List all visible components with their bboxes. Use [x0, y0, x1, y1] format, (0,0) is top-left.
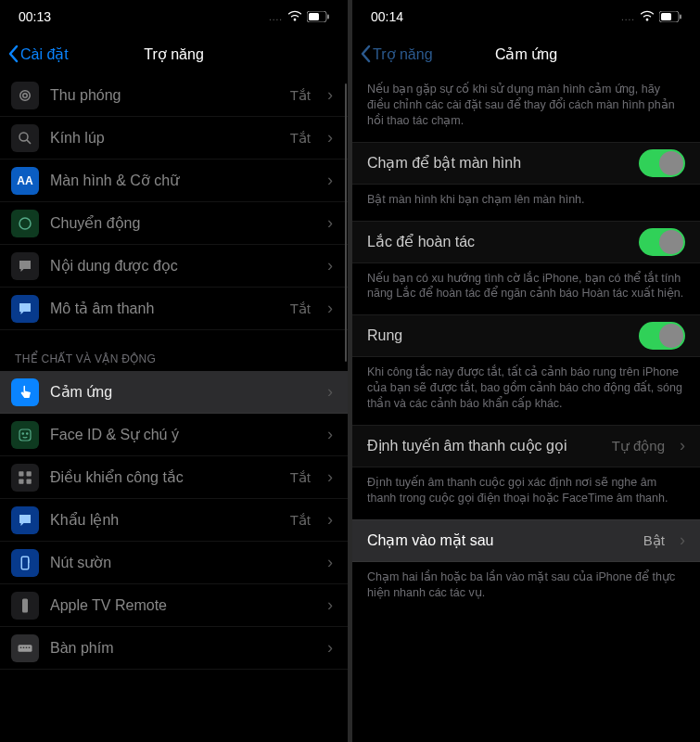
row-value: Tắt [290, 87, 311, 104]
row-tap-to-wake[interactable]: Chạm để bật màn hình [352, 142, 700, 185]
row-side-button[interactable]: Nút sườn › [0, 542, 348, 584]
row-touch[interactable]: Cảm ứng › [0, 371, 348, 414]
vibration-desc: Khi công tắc này được tắt, tất cả cảnh b… [352, 357, 700, 425]
row-voice-control[interactable]: Khẩu lệnh Tắt › [0, 499, 348, 542]
svg-point-5 [19, 133, 28, 141]
chevron-right-icon: › [327, 85, 333, 105]
svg-rect-22 [661, 13, 671, 20]
svg-rect-1 [309, 13, 319, 20]
row-value: Bật [643, 532, 665, 549]
toggle-tap-to-wake[interactable] [639, 149, 685, 177]
chevron-right-icon: › [327, 213, 333, 233]
row-magnifier[interactable]: Kính lúp Tắt › [0, 117, 348, 160]
shake-desc: Nếu bạn có xu hướng tình cờ lắc iPhone, … [352, 263, 700, 315]
svg-rect-17 [20, 646, 22, 648]
svg-point-8 [22, 432, 24, 434]
chevron-right-icon: › [327, 382, 333, 402]
audio-desc-icon [11, 295, 39, 323]
voice-icon [11, 506, 39, 534]
row-call-audio-routing[interactable]: Định tuyến âm thanh cuộc gọi Tự động › [352, 425, 700, 467]
svg-rect-12 [19, 479, 23, 483]
intro-text: Nếu bạn gặp sự cố khi sử dụng màn hình c… [352, 74, 700, 142]
right-screen: 00:14 .... Trợ năng Cảm ứng Nếu bạn gặp … [352, 0, 700, 742]
page-title: Cảm ứng [495, 45, 557, 63]
row-label: Nội dung được đọc [50, 257, 316, 275]
tap-wake-desc: Bật màn hình khi bạn chạm lên màn hình. [352, 185, 700, 221]
chevron-left-icon [7, 45, 19, 63]
section-header-physical: THỂ CHẤT VÀ VẬN ĐỘNG [0, 330, 348, 371]
row-shake-undo[interactable]: Lắc để hoàn tác [352, 221, 700, 263]
text-size-icon: AA [11, 167, 39, 195]
row-apple-tv[interactable]: Apple TV Remote › [0, 584, 348, 627]
toggle-shake-undo[interactable] [639, 228, 685, 256]
row-label: Mô tả âm thanh [50, 300, 279, 317]
wifi-icon [639, 8, 655, 25]
chevron-right-icon: › [327, 425, 333, 444]
svg-rect-20 [29, 646, 31, 648]
svg-rect-2 [327, 15, 329, 19]
toggle-vibration[interactable] [639, 322, 685, 350]
chevron-right-icon: › [327, 553, 333, 572]
motion-icon [11, 210, 39, 237]
chevron-right-icon: › [327, 467, 333, 487]
row-faceid[interactable]: Face ID & Sự chú ý › [0, 414, 348, 456]
clock: 00:14 [371, 9, 403, 24]
zoom-icon [11, 82, 39, 109]
row-value: Tự động [612, 438, 665, 454]
side-button-icon [11, 549, 39, 577]
row-label: Cảm ứng [50, 383, 316, 401]
back-button[interactable]: Cài đặt [7, 45, 69, 63]
scrollbar[interactable] [345, 83, 348, 362]
backtap-desc: Chạm hai lần hoặc ba lần vào mặt sau của… [352, 562, 700, 614]
svg-point-3 [20, 90, 31, 100]
wifi-icon [286, 8, 303, 25]
row-value: Tắt [290, 512, 311, 529]
route-desc: Định tuyến âm thanh cuộc gọi xác định nơ… [352, 467, 700, 519]
chevron-right-icon: › [327, 595, 333, 615]
row-vibration[interactable]: Rung [352, 314, 700, 357]
row-motion[interactable]: Chuyển động › [0, 202, 348, 245]
chevron-right-icon: › [327, 510, 333, 530]
chevron-right-icon: › [327, 171, 333, 190]
battery-icon [659, 11, 681, 22]
row-zoom[interactable]: Thu phóng Tắt › [0, 74, 348, 117]
speech-bubble-icon [11, 252, 39, 280]
chevron-right-icon: › [327, 638, 333, 658]
svg-rect-15 [22, 598, 28, 612]
svg-rect-7 [19, 429, 31, 441]
chevron-right-icon: › [327, 128, 333, 147]
row-display-text[interactable]: AA Màn hình & Cỡ chữ › [0, 160, 348, 202]
row-switch-control[interactable]: Điều khiển công tắc Tắt › [0, 456, 348, 499]
page-title: Trợ năng [144, 45, 204, 63]
svg-rect-13 [27, 479, 32, 483]
row-label: Màn hình & Cỡ chữ [50, 172, 316, 189]
status-bar: 00:14 .... [352, 0, 700, 33]
svg-rect-19 [26, 646, 28, 648]
status-right: .... [621, 8, 681, 25]
back-button[interactable]: Trợ năng [360, 45, 433, 63]
nav-bar: Cài đặt Trợ năng [0, 33, 348, 74]
row-label: Định tuyến âm thanh cuộc gọi [367, 437, 603, 454]
row-back-tap[interactable]: Chạm vào mặt sau Bật › [352, 519, 700, 562]
svg-point-4 [23, 93, 28, 97]
status-right: .... [269, 8, 329, 25]
row-audio-desc[interactable]: Mô tả âm thanh Tắt › [0, 288, 348, 330]
magnifier-icon [11, 124, 39, 152]
touch-icon [11, 378, 39, 406]
row-value: Tắt [290, 130, 311, 147]
row-keyboard[interactable]: Bàn phím › [0, 627, 348, 670]
svg-rect-10 [19, 471, 23, 476]
row-value: Tắt [290, 301, 311, 317]
row-label: Điều khiển công tắc [50, 468, 279, 486]
back-label: Cài đặt [20, 45, 69, 63]
chevron-right-icon: › [680, 531, 685, 550]
cell-signal-icon: .... [621, 12, 635, 22]
row-spoken-content[interactable]: Nội dung được đọc › [0, 245, 348, 288]
nav-bar: Trợ năng Cảm ứng [352, 33, 700, 74]
keyboard-icon [11, 634, 39, 662]
row-label: Thu phóng [50, 87, 279, 104]
clock: 00:13 [19, 9, 51, 24]
svg-rect-11 [27, 471, 32, 476]
row-label: Bàn phím [50, 640, 316, 657]
row-label: Rung [367, 327, 630, 344]
